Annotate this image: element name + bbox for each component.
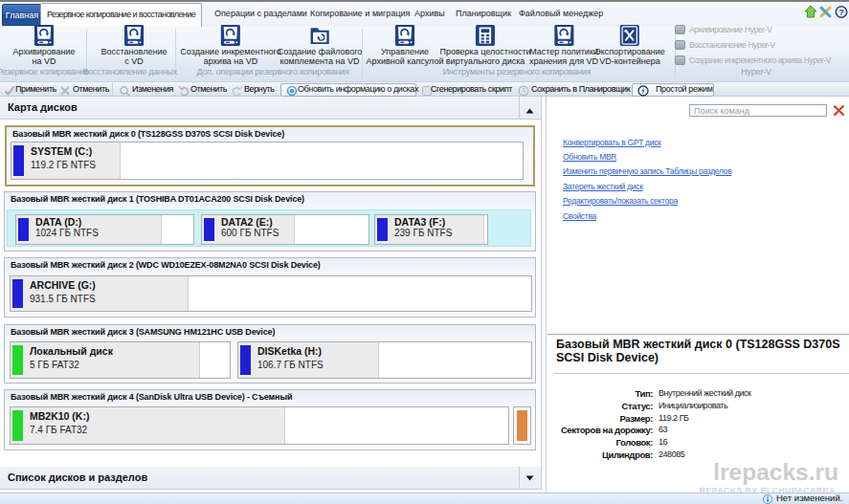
svg-text:?: ? [838, 8, 844, 17]
